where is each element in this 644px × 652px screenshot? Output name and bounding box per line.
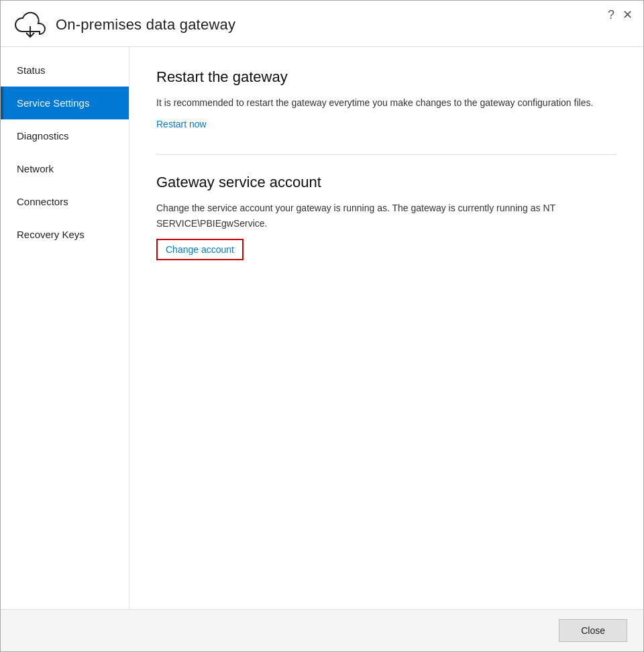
sidebar-item-network[interactable]: Network bbox=[1, 152, 129, 185]
sidebar-item-recovery-keys[interactable]: Recovery Keys bbox=[1, 218, 129, 251]
account-section-title: Gateway service account bbox=[156, 174, 616, 191]
sidebar-item-connectors[interactable]: Connectors bbox=[1, 185, 129, 218]
app-icon bbox=[14, 11, 46, 38]
sidebar: Status Service Settings Diagnostics Netw… bbox=[1, 47, 129, 609]
restart-section-desc: It is recommended to restart the gateway… bbox=[156, 95, 616, 110]
main-content: Status Service Settings Diagnostics Netw… bbox=[1, 47, 643, 609]
restart-section-title: Restart the gateway bbox=[156, 68, 616, 86]
title-bar: On-premises data gateway ? ✕ bbox=[1, 1, 643, 47]
title-bar-actions: ? ✕ bbox=[608, 9, 633, 21]
content-area: Restart the gateway It is recommended to… bbox=[129, 47, 643, 609]
close-button[interactable]: Close bbox=[559, 619, 627, 642]
help-button[interactable]: ? bbox=[608, 9, 614, 21]
account-section-desc: Change the service account your gateway … bbox=[156, 201, 616, 231]
footer: Close bbox=[1, 609, 643, 651]
section-divider bbox=[156, 154, 616, 155]
main-window: On-premises data gateway ? ✕ Status Serv… bbox=[0, 0, 644, 652]
sidebar-item-diagnostics[interactable]: Diagnostics bbox=[1, 119, 129, 152]
sidebar-item-status[interactable]: Status bbox=[1, 54, 129, 87]
restart-section: Restart the gateway It is recommended to… bbox=[156, 68, 616, 130]
change-account-link[interactable]: Change account bbox=[156, 239, 244, 260]
app-title: On-premises data gateway bbox=[56, 16, 235, 34]
account-section: Gateway service account Change the servi… bbox=[156, 174, 616, 260]
restart-now-link[interactable]: Restart now bbox=[156, 119, 207, 129]
window-close-button[interactable]: ✕ bbox=[623, 9, 633, 21]
sidebar-item-service-settings[interactable]: Service Settings bbox=[1, 87, 129, 119]
